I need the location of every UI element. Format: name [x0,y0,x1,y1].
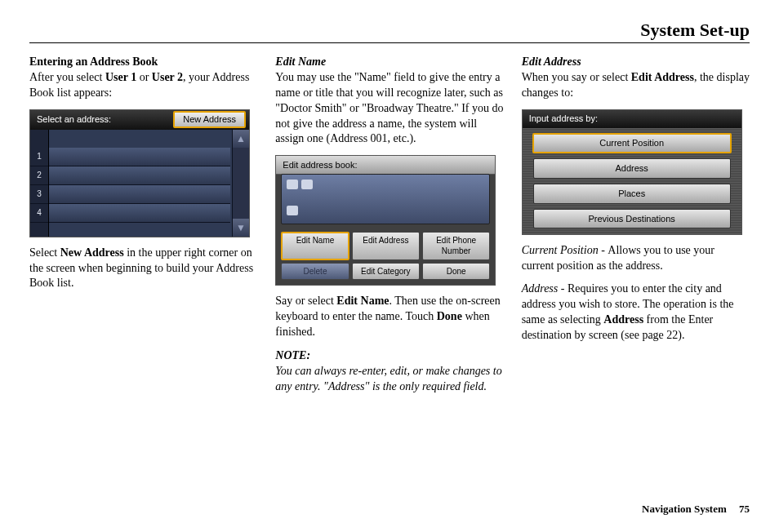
delete-button[interactable]: Delete [281,263,349,281]
footer: Navigation System 75 [642,503,750,516]
row-numbers: 1 2 3 4 [30,130,49,237]
scroll-down-icon[interactable]: ▼ [233,219,249,237]
col3-italic-address: Address - [522,282,568,295]
footer-label: Navigation System [642,503,727,515]
col3-text-3b: from the [643,313,688,326]
shot1-title: Select an address: [37,113,111,126]
note-text: You can always re-enter, edit, or make c… [275,365,501,392]
col2-heading: Edit Name [275,55,326,68]
note-heading: NOTE: [275,349,310,361]
col1-text-1a: After you select [29,71,105,83]
col2-bold-done: Done [437,310,462,322]
screenshot-input-address-by: Input address by: Current Position Addre… [522,109,742,235]
edit-address-button[interactable]: Edit Address [352,232,420,260]
arrow-icon [287,180,298,189]
done-button[interactable]: Done [422,263,490,281]
row-num-4: 4 [30,204,48,223]
shot3-title: Input address by: [529,113,598,125]
option-previous-destinations[interactable]: Previous Destinations [533,209,731,229]
shot3-header: Input address by: [523,110,741,129]
col3-text-1a: When you say or select [522,71,631,83]
page-number: 75 [739,503,750,515]
row-num-3: 3 [30,185,48,204]
row-num-1: 1 [30,148,48,166]
edit-phone-button[interactable]: Edit Phone Number [422,232,490,260]
list-item[interactable] [49,204,230,223]
shot2-info-area [281,174,490,224]
home-icon [301,180,313,189]
col3-bold-editaddress: Edit Address [631,71,694,83]
list-item[interactable] [49,148,230,166]
shot1-header: Select an address: New Address [30,110,249,131]
page-title: System Set-up [29,20,750,43]
shot2-buttons: Edit Name Edit Address Edit Phone Number… [281,232,490,281]
col1-text-2a: Select [29,246,60,259]
screenshot-edit-address-book: Edit address book: Edit Name Edit Addres… [275,155,496,286]
col3-heading: Edit Address [522,55,581,68]
col2-text-1: You may use the "Name" field to give the… [275,71,503,145]
scroll-up-icon[interactable]: ▲ [233,130,249,148]
content-columns: Entering an Address Book After you selec… [29,55,750,403]
shot2-title: Edit address book: [283,159,357,171]
col1-bold-newaddress: New Address [60,246,124,259]
col1-heading: Entering an Address Book [29,55,158,68]
list-item[interactable] [49,185,230,204]
screenshot-address-list: Select an address: New Address 1 2 3 4 [29,109,250,237]
column-3: Edit Address When you say or select Edit… [522,55,750,403]
scrollbar[interactable]: ▲ ▼ [232,130,249,237]
option-current-position[interactable]: Current Position [532,133,732,153]
edit-name-button[interactable]: Edit Name [281,232,349,260]
col1-bold-user2: User 2 [152,71,183,83]
col2-bold-editname: Edit Name [336,295,389,307]
address-rows [49,130,232,237]
column-1: Entering an Address Book After you selec… [29,55,257,403]
option-places[interactable]: Places [533,184,731,204]
phone-icon [287,206,298,215]
col3-bold-address: Address [603,313,643,326]
col3-text-3c: screen (see page 22). [586,329,685,341]
shot2-header: Edit address book: [276,156,495,175]
row-num-2: 2 [30,166,48,185]
col3-italic-curpos: Current Position - [522,244,608,256]
col1-bold-user1: User 1 [105,71,136,83]
col2-text-2a: Say or select [275,295,336,307]
new-address-button[interactable]: New Address [173,111,246,128]
column-2: Edit Name You may use the "Name" field t… [275,55,503,403]
edit-category-button[interactable]: Edit Category [352,263,420,281]
col1-text-or: or [136,71,152,83]
list-item[interactable] [49,166,230,185]
option-address[interactable]: Address [533,158,731,179]
